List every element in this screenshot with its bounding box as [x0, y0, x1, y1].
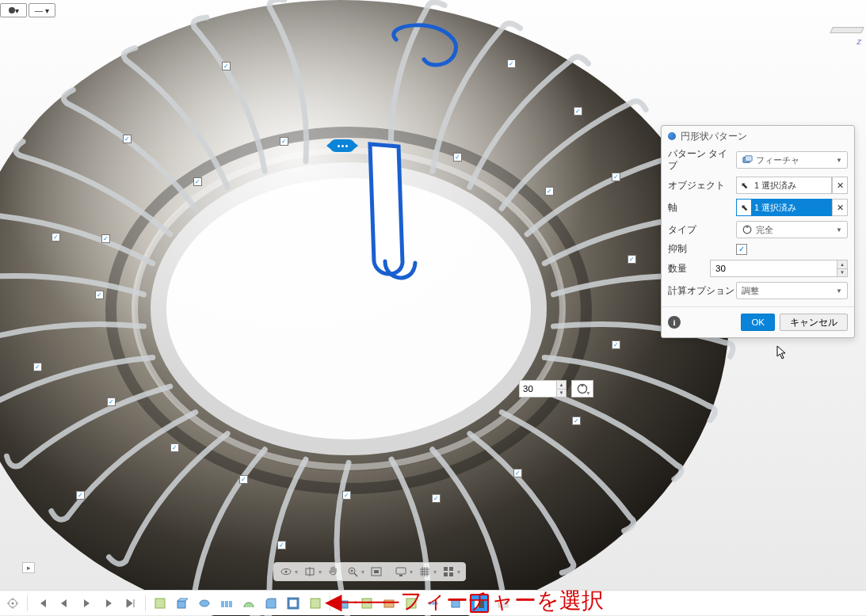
- instance-checkbox[interactable]: ✓: [507, 59, 516, 68]
- svg-point-43: [200, 600, 209, 606]
- look-at-icon[interactable]: [303, 565, 317, 579]
- feature-loft-icon[interactable]: [241, 595, 257, 611]
- display-settings-icon[interactable]: [394, 565, 408, 579]
- svg-rect-48: [311, 599, 320, 608]
- instance-checkbox[interactable]: ✓: [612, 173, 620, 181]
- viewport-layout-icon[interactable]: [441, 565, 456, 579]
- objects-selection-chip[interactable]: ⬉ 1 選択済み: [736, 177, 832, 194]
- rotate-manipulator[interactable]: [330, 139, 355, 152]
- svg-rect-27: [374, 570, 379, 573]
- feature-shell-icon[interactable]: [285, 595, 301, 611]
- instance-checkbox[interactable]: ✓: [432, 494, 441, 503]
- browser-collapse-toggle[interactable]: ▸: [22, 562, 35, 573]
- svg-rect-45: [225, 601, 228, 607]
- minus-dropdown[interactable]: — ▾: [29, 3, 55, 17]
- svg-rect-29: [399, 575, 402, 576]
- orbit-icon[interactable]: [279, 565, 293, 579]
- instance-checkbox[interactable]: ✓: [170, 443, 179, 452]
- svg-rect-15: [745, 156, 752, 162]
- step-back-icon[interactable]: [56, 595, 72, 611]
- quantity-hud: 30 ▲ ▼ ▼: [519, 380, 593, 397]
- zoom-icon[interactable]: [345, 565, 360, 579]
- svg-rect-33: [449, 572, 453, 576]
- suppress-label: 抑制: [668, 243, 736, 255]
- pattern-type-select[interactable]: フィーチャ ▼: [736, 151, 848, 169]
- feature-pattern-icon[interactable]: [219, 595, 235, 611]
- svg-marker-42: [177, 599, 188, 601]
- axis-selection-chip[interactable]: ⬉ 1 選択済み: [736, 199, 832, 216]
- instance-checkbox[interactable]: ✓: [193, 177, 202, 186]
- quantity-label: 数量: [668, 263, 710, 275]
- instance-checkbox[interactable]: ✓: [342, 491, 351, 500]
- play-icon[interactable]: [78, 595, 94, 611]
- compute-select[interactable]: 調整 ▼: [736, 282, 848, 299]
- skip-fwd-icon[interactable]: [123, 595, 139, 611]
- instance-checkbox[interactable]: ✓: [95, 291, 104, 299]
- instance-checkbox[interactable]: ✓: [572, 416, 581, 425]
- svg-rect-31: [449, 567, 453, 571]
- pan-icon[interactable]: [326, 565, 341, 579]
- ok-button[interactable]: OK: [741, 314, 775, 331]
- instance-checkbox[interactable]: ✓: [101, 234, 110, 243]
- svg-rect-46: [229, 601, 232, 607]
- instance-checkbox[interactable]: ✓: [239, 475, 248, 484]
- instance-checkbox[interactable]: ✓: [76, 491, 85, 500]
- hud-spin-up[interactable]: ▲: [556, 381, 566, 390]
- instance-checkbox[interactable]: ✓: [453, 153, 462, 162]
- hud-type-toggle[interactable]: ▼: [571, 380, 593, 397]
- type-select[interactable]: 完全 ▼: [736, 221, 848, 238]
- feature-extrude-icon[interactable]: [174, 595, 190, 611]
- feature-revolve-icon[interactable]: [196, 595, 212, 611]
- instance-checkbox[interactable]: ✓: [574, 107, 582, 116]
- svg-rect-28: [396, 568, 406, 574]
- info-icon[interactable]: i: [668, 316, 681, 329]
- full-circle-icon: [742, 224, 753, 235]
- feature-sketch-icon[interactable]: [152, 595, 168, 611]
- svg-line-23: [354, 573, 357, 576]
- instance-checkbox[interactable]: ✓: [628, 255, 636, 264]
- instance-checkbox[interactable]: ✓: [52, 233, 60, 241]
- chevron-down-icon: ▼: [836, 226, 842, 234]
- chevron-down-icon: ▼: [836, 287, 842, 295]
- spin-up-button[interactable]: ▲: [837, 260, 848, 268]
- compute-label: 計算オプション: [668, 285, 736, 297]
- fit-icon[interactable]: [369, 565, 383, 579]
- skip-back-icon[interactable]: [34, 595, 50, 611]
- hud-quantity-field[interactable]: 30 ▲ ▼: [519, 380, 567, 397]
- dialog-title: 円形状パターン: [662, 126, 854, 146]
- svg-rect-41: [177, 601, 185, 608]
- instance-checkbox[interactable]: ✓: [222, 62, 231, 70]
- spin-down-button[interactable]: ▼: [837, 268, 848, 278]
- instance-checkbox[interactable]: ✓: [277, 541, 286, 549]
- objects-clear-button[interactable]: ✕: [832, 177, 848, 194]
- svg-point-19: [285, 571, 288, 573]
- instance-checkbox[interactable]: ✓: [545, 187, 554, 196]
- svg-rect-44: [221, 601, 224, 607]
- circular-pattern-dialog: 円形状パターン パターン タイプ フィーチャ ▼ オブジェクト ⬉ 1 選択済み…: [661, 125, 855, 338]
- axis-clear-button[interactable]: ✕: [832, 199, 848, 216]
- chevron-down-icon: ▼: [586, 390, 591, 396]
- suppress-checkbox[interactable]: ✓: [736, 244, 747, 255]
- instance-checkbox[interactable]: ✓: [107, 397, 116, 406]
- instance-checkbox[interactable]: ✓: [33, 363, 42, 371]
- quantity-input[interactable]: [710, 260, 837, 277]
- quantity-spinner[interactable]: ▲ ▼: [710, 260, 848, 277]
- svg-point-35: [12, 602, 14, 604]
- instance-checkbox[interactable]: ✓: [513, 469, 522, 477]
- navigation-bar: ▾ ▾ ▾ ▾ ▾ ▾: [273, 562, 466, 581]
- instance-checkbox[interactable]: ✓: [280, 137, 288, 146]
- view-cube[interactable]: z: [815, 3, 863, 51]
- cancel-button[interactable]: キャンセル: [780, 314, 848, 331]
- hud-spin-down[interactable]: ▼: [556, 390, 566, 397]
- instance-checkbox[interactable]: ✓: [612, 340, 620, 349]
- cursor-icon: ⬉: [737, 200, 751, 215]
- feature-fillet-icon[interactable]: [263, 595, 279, 611]
- step-fwd-icon[interactable]: [101, 595, 116, 611]
- timeline-settings-icon[interactable]: [5, 595, 21, 611]
- instance-checkbox[interactable]: ✓: [123, 135, 132, 143]
- cursor-icon: ⬉: [737, 177, 751, 193]
- objects-label: オブジェクト: [668, 180, 736, 192]
- bullet-dropdown[interactable]: ▾: [0, 3, 27, 17]
- feature-sketch-icon[interactable]: [307, 595, 323, 611]
- grid-settings-icon[interactable]: [418, 565, 432, 579]
